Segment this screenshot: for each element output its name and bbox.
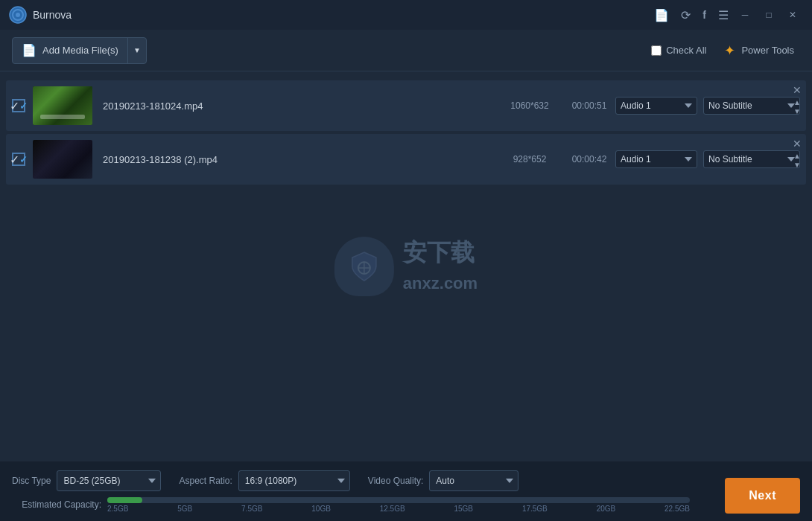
video-quality-label: Video Quality:	[368, 476, 424, 486]
capacity-bar-bg	[107, 497, 690, 503]
row-1-down-button[interactable]: ▼	[793, 107, 801, 116]
add-media-arrow[interactable]: ▼	[128, 38, 146, 63]
maximize-button[interactable]: □	[758, 4, 779, 25]
row-2-actions: ✕ ▲ ▼	[793, 138, 802, 170]
add-media-label: Add Media File(s)	[42, 45, 118, 56]
check-all-label[interactable]: Check All	[651, 45, 706, 56]
tick-7: 17.5GB	[522, 505, 548, 513]
tick-9: 22.5GB	[664, 505, 690, 513]
next-button[interactable]: Next	[725, 478, 800, 514]
aspect-ratio-select[interactable]: 16:9 (1080P) 4:3 16:9 (720P)	[238, 470, 350, 491]
power-tools-icon: ✦	[724, 42, 735, 59]
aspect-ratio-label: Aspect Ratio:	[179, 476, 232, 486]
disc-type-group: Disc Type BD-25 (25GB) BD-50 (50GB) DVD-…	[12, 470, 161, 491]
add-media-button[interactable]: 📄 Add Media File(s) ▼	[12, 37, 147, 64]
row-1-up-button[interactable]: ▲	[793, 98, 801, 107]
aspect-ratio-group: Aspect Ratio: 16:9 (1080P) 4:3 16:9 (720…	[179, 470, 349, 491]
tick-4: 10GB	[311, 505, 331, 513]
row-2-duration: 00:00:42	[563, 154, 615, 164]
bottom-bar: Disc Type BD-25 (25GB) BD-50 (50GB) DVD-…	[0, 461, 812, 521]
svg-point-2	[16, 13, 20, 17]
row-1-subtitle-select[interactable]: No Subtitle Add Subtitle...	[703, 97, 800, 115]
row-1-remove-button[interactable]: ✕	[793, 85, 802, 95]
titlebar-icons: 📄 ⟳ f ☰	[654, 8, 729, 22]
row-1-actions: ✕ ▲ ▼	[793, 85, 802, 116]
row-2-thumbnail	[33, 140, 92, 179]
tick-6: 15GB	[454, 505, 473, 513]
disc-type-label: Disc Type	[12, 476, 51, 486]
add-media-icon: 📄	[22, 43, 37, 57]
app-logo	[9, 6, 27, 24]
add-media-main[interactable]: 📄 Add Media File(s)	[13, 38, 128, 63]
row-1-checkbox[interactable]: ✓	[12, 99, 25, 112]
row-1-audio-select[interactable]: Audio 1 Audio 2 No Audio	[615, 97, 697, 115]
app-title: Burnova	[33, 9, 654, 21]
title-bar: Burnova 📄 ⟳ f ☰ ─ □ ✕	[0, 0, 812, 30]
row-2-resolution: 928*652	[496, 154, 563, 164]
row-1-filename: 20190213-181024.mp4	[103, 100, 496, 112]
watermark-overlay: 安下载anxz.com	[334, 237, 478, 296]
facebook-icon[interactable]: f	[702, 9, 706, 21]
check-all-checkbox[interactable]	[651, 45, 662, 56]
close-button[interactable]: ✕	[782, 4, 803, 25]
feedback-icon[interactable]: ☰	[718, 8, 729, 22]
row-1-resolution: 1060*632	[496, 100, 563, 111]
toolbar: 📄 Add Media File(s) ▼ Check All ✦ Power …	[0, 30, 812, 71]
tick-2: 5GB	[177, 505, 192, 513]
svg-point-3	[358, 262, 370, 274]
toolbar-right: Check All ✦ Power Tools	[651, 39, 800, 62]
row-2-checkbox[interactable]: ✓	[12, 153, 25, 166]
row-2-filename: 20190213-181238 (2).mp4	[103, 154, 496, 165]
window-controls: ─ □ ✕	[735, 4, 803, 25]
watermark-text: 安下载anxz.com	[403, 238, 478, 295]
main-content: ✕ ▲ ▼ ✓ 20190213-181024.mp4 1060*632 00:…	[0, 71, 812, 461]
media-row: ✕ ▲ ▼ ✓ 20190213-181024.mp4 1060*632 00:…	[6, 80, 806, 131]
row-1-thumbnail	[33, 86, 92, 125]
check-all-text: Check All	[666, 45, 706, 56]
tick-1: 2.5GB	[107, 505, 128, 513]
row-2-remove-button[interactable]: ✕	[793, 138, 802, 149]
row-1-duration: 00:00:51	[563, 100, 615, 111]
capacity-bar-container: 2.5GB 5GB 7.5GB 10GB 12.5GB 15GB 17.5GB …	[107, 497, 690, 513]
capacity-label: Estimated Capacity:	[12, 499, 101, 510]
row-2-subtitle-select[interactable]: No Subtitle Add Subtitle...	[703, 150, 800, 168]
tick-5: 12.5GB	[380, 505, 405, 513]
capacity-bar-fill	[107, 497, 142, 503]
power-tools-button[interactable]: ✦ Power Tools	[718, 39, 800, 62]
tick-3: 7.5GB	[241, 505, 262, 513]
tick-8: 20GB	[597, 505, 616, 513]
media-row: ✕ ▲ ▼ ✓ 20190213-181238 (2).mp4 928*652 …	[6, 134, 806, 185]
watermark-shield-icon	[334, 237, 394, 296]
video-quality-group: Video Quality: Auto High Medium Low	[368, 470, 519, 491]
bottom-controls: Disc Type BD-25 (25GB) BD-50 (50GB) DVD-…	[12, 470, 800, 491]
row-2-up-button[interactable]: ▲	[793, 152, 801, 161]
capacity-ticks: 2.5GB 5GB 7.5GB 10GB 12.5GB 15GB 17.5GB …	[107, 505, 690, 513]
capacity-bar-row: Estimated Capacity: 2.5GB 5GB 7.5GB 10GB…	[12, 497, 800, 513]
disc-type-select[interactable]: BD-25 (25GB) BD-50 (50GB) DVD-5 (4.7GB) …	[57, 470, 161, 491]
row-2-audio-select[interactable]: Audio 1 Audio 2 No Audio	[615, 150, 697, 168]
video-quality-select[interactable]: Auto High Medium Low	[429, 470, 518, 491]
minimize-button[interactable]: ─	[735, 4, 755, 25]
power-tools-label: Power Tools	[741, 45, 794, 56]
document-icon[interactable]: 📄	[654, 8, 669, 22]
refresh-icon[interactable]: ⟳	[681, 8, 691, 22]
row-2-down-button[interactable]: ▼	[793, 161, 801, 170]
